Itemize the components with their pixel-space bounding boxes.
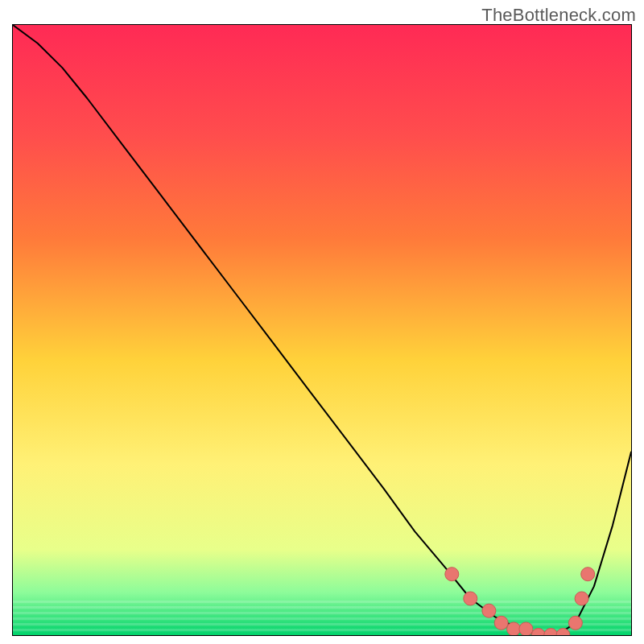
watermark-text: TheBottleneck.com [481, 5, 636, 26]
band [13, 617, 631, 620]
curve-marker [482, 604, 496, 617]
chart-svg [13, 25, 631, 635]
plot-frame [12, 24, 632, 636]
chart-stage: TheBottleneck.com [0, 0, 644, 644]
band [13, 601, 631, 603]
curve-marker [519, 622, 533, 635]
curve-marker [575, 592, 588, 605]
band [13, 623, 631, 625]
band [13, 606, 631, 609]
curve-marker [445, 568, 459, 581]
curve-marker [581, 568, 595, 581]
curve-marker [507, 622, 521, 635]
curve-marker [464, 592, 477, 605]
gradient-bg [13, 25, 631, 635]
band [13, 612, 631, 614]
curve-marker [494, 616, 508, 630]
curve-marker [568, 616, 582, 630]
